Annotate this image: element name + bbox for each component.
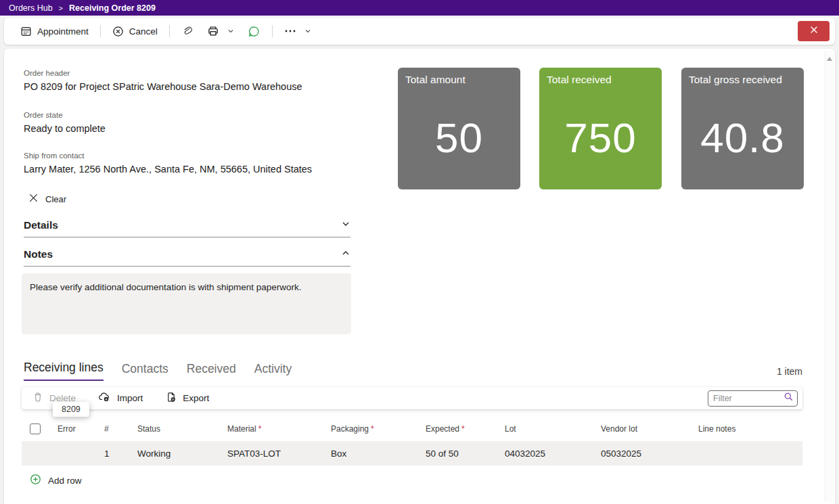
ship-from-contact-value: Larry Mater, 1256 North Ave., Santa Fe, … [24,164,312,175]
divider [100,25,101,37]
close-button[interactable] [798,21,830,41]
ship-from-contact-label: Ship from contact [24,152,84,160]
item-count: 1 item [777,366,802,377]
tile-total-received: Total received 750 [539,68,662,189]
order-state-label: Order state [24,111,63,119]
filter-field [708,390,798,407]
tab-activity[interactable]: Activity [254,362,292,381]
close-icon [809,25,819,37]
cancel-circle-icon [112,26,124,37]
delete-tooltip: 8209 [53,402,89,417]
cancel-label: Cancel [129,26,158,37]
tab-strip: Receiving lines Contacts Received Activi… [24,361,292,381]
notes-section-title: Notes [24,248,53,260]
cloud-import-icon [99,392,111,405]
search-icon[interactable] [784,392,794,405]
table-header-row: Error # Status Material* Packaging* Expe… [22,418,802,440]
cell-material[interactable]: SPAT03-LOT [227,449,331,459]
tab-received[interactable]: Received [187,362,236,381]
cell-vendor-lot[interactable]: 05032025 [601,449,698,459]
more-commands-button[interactable] [277,21,318,41]
trash-icon [32,392,43,405]
notes-text-area[interactable]: Please verify additional documentation i… [22,273,351,334]
grid-toolbar: Delete Import Export [22,387,802,409]
column-header-packaging: Packaging* [331,424,426,434]
filter-input[interactable] [713,394,784,403]
add-row-button[interactable]: Add row [30,474,82,487]
cell-expected[interactable]: 50 of 50 [426,449,505,459]
app-header-bar: Orders Hub > Receiving Order 8209 [0,0,839,16]
tile-label: Total received [547,74,654,86]
select-all-checkbox[interactable] [30,423,41,434]
attach-button[interactable] [175,21,200,41]
column-header-lot: Lot [505,424,601,434]
appointment-label: Appointment [37,26,89,37]
column-header-number: # [104,424,137,434]
tab-contacts[interactable]: Contacts [122,362,168,381]
column-header-material: Material* [227,424,331,434]
tile-value: 40.8 [689,89,796,186]
column-header-line-notes: Line notes [698,424,802,434]
column-header-expected: Expected* [426,424,505,434]
breadcrumb-separator-icon: > [59,4,63,12]
breadcrumb-current: Receiving Order 8209 [69,3,156,13]
command-bar: Appointment Cancel [4,18,835,45]
order-header-label: Order header [24,69,70,77]
divider [272,25,273,37]
required-marker: * [461,424,465,434]
add-circle-icon [30,474,41,487]
column-header-vendor-lot: Vendor lot [601,424,698,434]
notes-text: Please verify additional documentation i… [30,282,301,292]
calendar-icon [20,26,32,37]
tile-total-gross-received: Total gross received 40.8 [681,68,804,189]
column-header-error: Error [58,424,104,434]
import-button[interactable]: Import [99,392,143,405]
chat-button[interactable] [241,21,267,41]
details-section-title: Details [24,219,58,231]
scrollbar[interactable] [825,51,834,501]
required-marker: * [258,424,262,434]
print-button[interactable] [200,21,241,41]
cell-status: Working [137,449,227,459]
order-header-value: PO 8209 for Project SPatric Warehouse Sa… [24,81,302,92]
chevron-up-icon [341,248,350,260]
tab-receiving-lines[interactable]: Receiving lines [24,361,104,381]
order-state-value: Ready to complete [24,123,106,134]
table-row[interactable]: 1 Working SPAT03-LOT Box 50 of 50 040320… [22,441,802,465]
add-row-label: Add row [48,476,82,486]
ellipsis-icon [284,29,296,33]
divider [169,25,170,37]
clear-button[interactable]: Clear [28,193,66,205]
appointment-button[interactable]: Appointment [14,21,95,41]
export-label: Export [183,393,209,403]
scroll-up-arrow-icon[interactable] [827,57,832,61]
chevron-down-icon [341,219,350,231]
order-detail-panel: Order header PO 8209 for Project SPatric… [4,49,835,504]
chevron-down-icon [304,28,311,35]
breadcrumb-root[interactable]: Orders Hub [9,3,53,13]
tile-value: 750 [547,89,654,186]
printer-icon [207,25,219,37]
cell-number: 1 [104,449,137,459]
document-export-icon [166,392,177,405]
required-marker: * [371,424,374,434]
export-button[interactable]: Export [166,392,209,405]
cell-packaging[interactable]: Box [331,449,426,459]
tile-label: Total amount [405,74,513,86]
clear-label: Clear [45,194,66,204]
tile-total-amount: Total amount 50 [398,68,520,189]
tile-label: Total gross received [689,74,796,86]
import-label: Import [117,393,143,403]
cancel-button[interactable]: Cancel [106,21,164,41]
chevron-down-icon [227,28,234,35]
clear-x-icon [28,193,39,205]
column-header-status: Status [137,424,227,434]
tile-value: 50 [405,89,513,186]
notes-section-header[interactable]: Notes [24,248,350,267]
chat-bubble-icon [248,25,260,38]
details-section-header[interactable]: Details [24,219,350,237]
cell-lot[interactable]: 04032025 [505,449,601,459]
paperclip-icon [181,25,194,37]
